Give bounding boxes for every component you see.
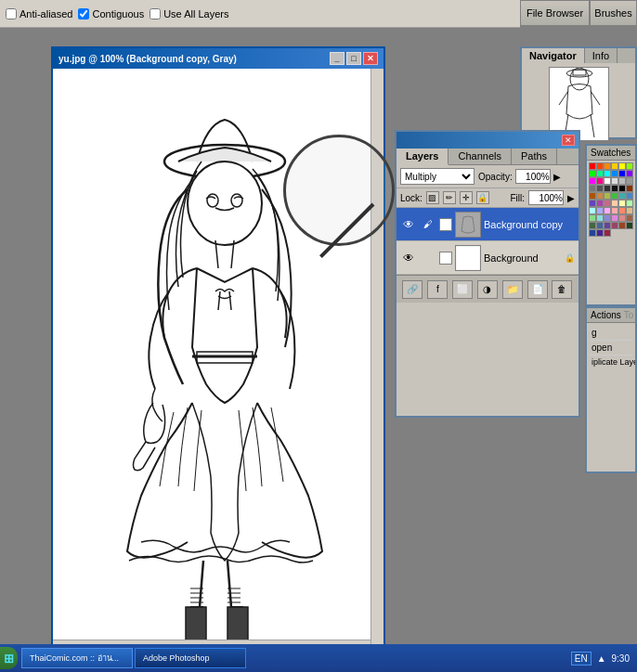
swatch[interactable] [626, 222, 633, 229]
vertical-scrollbar[interactable] [370, 69, 384, 653]
layer-style-button[interactable]: f [427, 280, 448, 299]
contiguous-option[interactable]: Contiguous [78, 8, 144, 19]
swatch[interactable] [596, 185, 604, 192]
swatch[interactable] [626, 214, 633, 222]
file-browser-button[interactable]: File Browser [520, 0, 590, 26]
layer-item-background[interactable]: 👁 Background 🔒 [396, 241, 578, 275]
tab-layers[interactable]: Layers [396, 149, 448, 165]
swatch[interactable] [626, 170, 633, 177]
swatch[interactable] [589, 162, 596, 170]
swatch[interactable] [611, 162, 618, 170]
swatch[interactable] [596, 177, 604, 185]
new-layer-button[interactable]: 📄 [527, 280, 548, 299]
swatch[interactable] [611, 192, 618, 200]
swatch[interactable] [626, 162, 633, 170]
taskbar-lang[interactable]: EN [571, 652, 592, 666]
swatch[interactable] [626, 177, 633, 185]
layer-brush-icon[interactable]: 🖌 [420, 216, 436, 233]
minimize-button[interactable]: _ [330, 52, 344, 65]
swatch[interactable] [604, 170, 611, 177]
layer-link-icon[interactable] [439, 218, 452, 231]
tab-to[interactable]: To [624, 310, 634, 320]
swatch[interactable] [611, 222, 618, 229]
swatch[interactable] [611, 185, 618, 192]
swatch[interactable] [604, 162, 611, 170]
anti-aliased-option[interactable]: Anti-aliased [6, 8, 72, 19]
tab-channels[interactable]: Channels [448, 149, 511, 164]
layer-visibility-eye[interactable]: 👁 [400, 216, 417, 233]
start-button[interactable]: ⊞ [0, 647, 18, 669]
swatch[interactable] [618, 185, 626, 192]
link-layers-button[interactable]: 🔗 [402, 280, 422, 299]
lock-transparent-icon[interactable]: ▨ [426, 191, 439, 204]
use-all-layers-checkbox[interactable] [150, 8, 161, 19]
swatch[interactable] [618, 162, 626, 170]
tab-paths[interactable]: Paths [512, 149, 557, 164]
swatch[interactable] [604, 207, 611, 214]
contiguous-checkbox[interactable] [78, 8, 89, 19]
swatch[interactable] [589, 222, 596, 229]
swatch[interactable] [611, 177, 618, 185]
swatch[interactable] [611, 214, 618, 222]
lock-all-icon[interactable]: 🔒 [476, 191, 489, 204]
swatch[interactable] [589, 229, 596, 237]
swatches-tab[interactable]: Swatches [587, 146, 635, 161]
layers-close-button[interactable]: ✕ [562, 135, 575, 146]
swatch[interactable] [611, 207, 618, 214]
swatch[interactable] [589, 185, 596, 192]
anti-aliased-checkbox[interactable] [6, 8, 17, 19]
swatch[interactable] [589, 200, 596, 207]
swatch[interactable] [604, 192, 611, 200]
swatch[interactable] [604, 177, 611, 185]
swatch[interactable] [596, 214, 604, 222]
layer-visibility-eye-bg[interactable]: 👁 [400, 250, 417, 266]
swatch[interactable] [611, 200, 618, 207]
swatch[interactable] [596, 170, 604, 177]
swatch[interactable] [618, 207, 626, 214]
tab-navigator[interactable]: Navigator [522, 48, 585, 63]
swatch[interactable] [604, 214, 611, 222]
layer-link-icon-bg[interactable] [439, 252, 452, 265]
adjustment-layer-button[interactable]: ◑ [477, 280, 498, 299]
new-group-button[interactable]: 📁 [502, 280, 523, 299]
action-item-open[interactable]: open [590, 341, 632, 355]
swatch[interactable] [618, 222, 626, 229]
close-button[interactable]: ✕ [363, 52, 378, 65]
swatch[interactable] [626, 207, 633, 214]
action-item-duplicate[interactable]: iplicate Layer [590, 355, 632, 368]
swatch[interactable] [618, 214, 626, 222]
swatch[interactable] [626, 192, 633, 200]
swatch[interactable] [589, 207, 596, 214]
swatch[interactable] [589, 214, 596, 222]
swatch[interactable] [604, 229, 611, 237]
swatch[interactable] [618, 192, 626, 200]
swatch[interactable] [604, 185, 611, 192]
lock-move-icon[interactable]: ✛ [460, 191, 473, 204]
lock-brush-icon[interactable]: ✏ [443, 191, 456, 204]
swatch[interactable] [596, 200, 604, 207]
fill-input[interactable] [528, 190, 564, 205]
swatch[interactable] [596, 222, 604, 229]
swatch[interactable] [596, 162, 604, 170]
swatch[interactable] [589, 177, 596, 185]
swatch[interactable] [604, 222, 611, 229]
swatch[interactable] [618, 170, 626, 177]
swatch[interactable] [589, 170, 596, 177]
delete-layer-button[interactable]: 🗑 [552, 280, 572, 299]
layer-mask-button[interactable]: ⬜ [452, 280, 473, 299]
fill-arrow[interactable]: ▶ [567, 193, 575, 203]
swatch[interactable] [618, 177, 626, 185]
swatch[interactable] [618, 200, 626, 207]
swatch[interactable] [596, 207, 604, 214]
brushes-button[interactable]: Brushes [590, 0, 637, 26]
tab-actions[interactable]: Actions [591, 310, 621, 320]
swatch[interactable] [589, 192, 596, 200]
layer-item-background-copy[interactable]: 👁 🖌 Background copy [396, 208, 578, 241]
swatch[interactable] [626, 185, 633, 192]
opacity-input[interactable] [515, 169, 551, 184]
blend-mode-select[interactable]: Multiply [400, 168, 474, 185]
swatch[interactable] [596, 229, 604, 237]
use-all-layers-option[interactable]: Use All Layers [150, 8, 228, 19]
taskbar-item-thaicomic[interactable]: ThaiComic.com :: อ่าน... [21, 648, 133, 668]
opacity-arrow[interactable]: ▶ [553, 172, 561, 182]
